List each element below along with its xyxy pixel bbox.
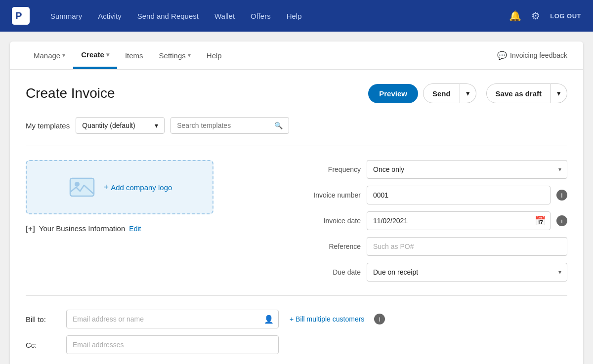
nav-actions: 🔔 ⚙ LOG OUT: [509, 10, 581, 22]
bill-to-input-wrap: 👤: [66, 310, 279, 328]
notification-icon[interactable]: 🔔: [509, 10, 521, 22]
calendar-icon[interactable]: 📅: [535, 215, 546, 226]
person-icon: 👤: [264, 315, 274, 324]
action-buttons: Preview Send ▾ Save as draft ▾: [368, 83, 567, 103]
template-select[interactable]: Quantity (default) ▾: [76, 117, 165, 134]
frequency-label: Frequency: [306, 165, 361, 173]
cc-label: Cc:: [26, 341, 60, 349]
due-date-label: Due date: [306, 268, 361, 276]
business-info-label: Your Business Information: [39, 224, 126, 233]
save-dropdown-button[interactable]: ▾: [551, 83, 567, 103]
preview-button[interactable]: Preview: [368, 84, 418, 103]
settings-chevron-icon: ▾: [188, 52, 191, 59]
subnav-help[interactable]: Help: [199, 42, 230, 69]
nav-send-request[interactable]: Send and Request: [130, 8, 206, 24]
bill-to-input[interactable]: [66, 310, 279, 328]
nav-links: Summary Activity Send and Request Wallet…: [43, 8, 509, 24]
frequency-control: Once only Weekly Monthly Yearly ▾: [367, 160, 567, 179]
send-dropdown-button[interactable]: ▾: [460, 83, 476, 103]
subnav-manage[interactable]: Manage ▾: [26, 42, 73, 69]
invoice-date-row: Invoice date 📅 i: [306, 211, 567, 230]
svg-point-3: [75, 182, 80, 187]
reference-input[interactable]: [367, 237, 567, 256]
templates-row: My templates Quantity (default) ▾ 🔍: [26, 117, 567, 146]
logo-upload-area[interactable]: + Add company logo: [26, 160, 213, 214]
manage-chevron-icon: ▾: [62, 52, 65, 59]
paypal-logo-area: P: [12, 7, 30, 25]
bill-to-info-icon[interactable]: i: [374, 314, 385, 324]
invoice-number-row: Invoice number i: [306, 186, 567, 204]
add-logo-text-area[interactable]: + Add company logo: [104, 182, 172, 193]
invoice-date-info-icon[interactable]: i: [556, 215, 567, 226]
form-left: + Add company logo [+] Your Business Inf…: [26, 160, 287, 282]
sub-nav: Manage ▾ Create ▾ Items Settings ▾ Help …: [10, 41, 583, 70]
reference-label: Reference: [306, 243, 361, 250]
send-button[interactable]: Send: [423, 83, 460, 103]
navbar: P Summary Activity Send and Request Wall…: [0, 0, 593, 32]
invoice-number-input[interactable]: [367, 186, 551, 204]
template-search-box: 🔍: [170, 117, 289, 134]
template-search-input[interactable]: [177, 121, 270, 129]
templates-label: My templates: [26, 121, 70, 130]
subnav-items[interactable]: Items: [117, 42, 151, 69]
logo-icon-box: [67, 172, 97, 202]
nav-summary[interactable]: Summary: [43, 8, 89, 24]
logout-button[interactable]: LOG OUT: [550, 12, 581, 20]
content-area: Create Invoice Preview Send ▾ Save as dr…: [10, 70, 583, 364]
cc-row: Cc:: [26, 335, 567, 354]
search-icon: 🔍: [274, 121, 283, 129]
due-date-select[interactable]: Due on receipt Net 15 Net 30 Net 60 Cust…: [367, 263, 567, 282]
form-section: + Add company logo [+] Your Business Inf…: [26, 160, 567, 296]
save-button-group: Save as draft ▾: [481, 83, 567, 103]
bill-multiple-link[interactable]: + Bill multiple customers: [290, 315, 364, 323]
nav-activity[interactable]: Activity: [91, 8, 128, 24]
invoice-date-input[interactable]: [367, 211, 551, 230]
business-info-row: [+] Your Business Information Edit: [26, 224, 287, 233]
save-draft-button[interactable]: Save as draft: [486, 83, 551, 103]
header-row: Create Invoice Preview Send ▾ Save as dr…: [26, 83, 567, 103]
invoice-number-info-icon[interactable]: i: [556, 190, 567, 201]
invoice-number-label: Invoice number: [306, 191, 361, 199]
invoice-date-control: 📅: [367, 211, 551, 230]
form-right: Frequency Once only Weekly Monthly Yearl…: [306, 160, 567, 282]
billing-section: Bill to: 👤 + Bill multiple customers i C…: [26, 310, 567, 364]
cc-input[interactable]: [66, 335, 279, 354]
due-date-row: Due date Due on receipt Net 15 Net 30 Ne…: [306, 263, 567, 282]
due-date-control: Due on receipt Net 15 Net 30 Net 60 Cust…: [367, 263, 567, 282]
nav-help[interactable]: Help: [280, 8, 309, 24]
send-dropdown-icon: ▾: [466, 89, 470, 97]
edit-business-info-link[interactable]: Edit: [129, 225, 141, 233]
reference-row: Reference: [306, 237, 567, 256]
invoicing-feedback[interactable]: 💬 Invoicing feedback: [497, 51, 567, 60]
template-select-chevron-icon: ▾: [155, 121, 158, 129]
feedback-chat-icon: 💬: [497, 51, 507, 60]
svg-text:P: P: [15, 10, 22, 21]
paypal-logo-icon: P: [12, 7, 30, 25]
frequency-select[interactable]: Once only Weekly Monthly Yearly: [367, 160, 567, 179]
plus-icon: +: [104, 182, 109, 193]
subnav-settings[interactable]: Settings ▾: [151, 42, 199, 69]
image-placeholder-icon: [69, 174, 95, 200]
subnav-create[interactable]: Create ▾: [73, 41, 117, 69]
add-logo-label: Add company logo: [111, 183, 172, 192]
invoice-number-control: [367, 186, 551, 204]
reference-control: [367, 237, 567, 256]
main-container: Manage ▾ Create ▾ Items Settings ▾ Help …: [10, 41, 583, 364]
save-dropdown-icon: ▾: [557, 89, 561, 97]
page-title: Create Invoice: [26, 85, 115, 101]
bill-to-label: Bill to:: [26, 315, 60, 324]
settings-icon[interactable]: ⚙: [531, 10, 540, 22]
nav-wallet[interactable]: Wallet: [208, 8, 242, 24]
create-chevron-icon: ▾: [106, 51, 109, 58]
send-button-group: Send ▾: [423, 83, 476, 103]
bill-to-row: Bill to: 👤 + Bill multiple customers i: [26, 310, 567, 328]
expand-icon[interactable]: [+]: [26, 224, 35, 233]
frequency-row: Frequency Once only Weekly Monthly Yearl…: [306, 160, 567, 179]
nav-offers[interactable]: Offers: [244, 8, 278, 24]
invoice-date-label: Invoice date: [306, 217, 361, 225]
